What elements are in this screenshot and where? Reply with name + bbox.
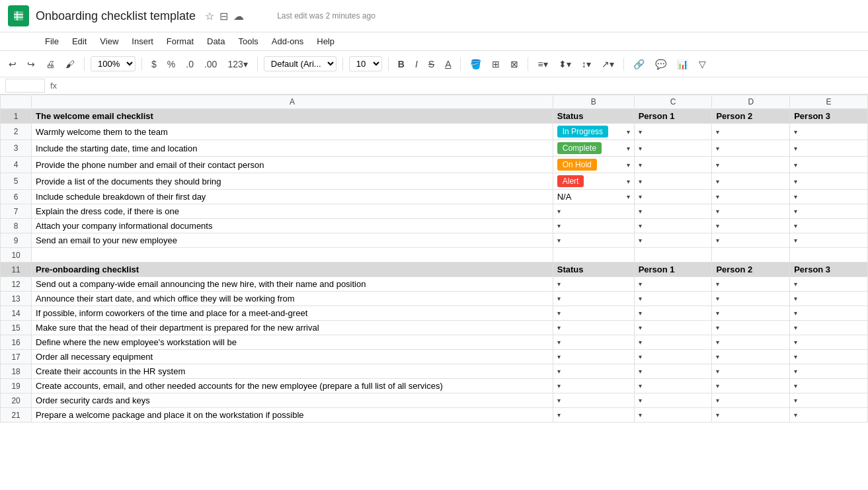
cell-b[interactable]: ▾ bbox=[553, 335, 634, 350]
person-dropdown-arrow[interactable]: ▾ bbox=[639, 208, 642, 215]
cell-d[interactable]: ▾ bbox=[712, 140, 790, 157]
cell-reference[interactable]: H36 bbox=[5, 79, 45, 93]
person-dropdown-arrow[interactable]: ▾ bbox=[794, 309, 797, 317]
cell-e[interactable]: ▾ bbox=[790, 157, 868, 173]
cell-e[interactable]: ▾ bbox=[790, 124, 868, 140]
cell-b[interactable]: In Progress▾ bbox=[553, 124, 634, 140]
person-dropdown-arrow[interactable]: ▾ bbox=[794, 339, 797, 346]
cell-a[interactable]: Make sure that the head of their departm… bbox=[32, 321, 553, 335]
person-dropdown-arrow[interactable]: ▾ bbox=[794, 295, 797, 302]
comment-button[interactable]: 💬 bbox=[652, 57, 670, 71]
cell-d[interactable]: Person 2 bbox=[712, 263, 790, 277]
cell-d[interactable]: ▾ bbox=[712, 173, 790, 190]
col-header-c[interactable]: C bbox=[634, 95, 712, 109]
status-dropdown-arrow[interactable]: ▾ bbox=[627, 145, 630, 152]
cell-c[interactable]: ▾ bbox=[634, 277, 712, 292]
cell-e[interactable]: ▾ bbox=[790, 219, 868, 233]
person-dropdown-arrow[interactable]: ▾ bbox=[716, 280, 719, 288]
person-dropdown-arrow[interactable]: ▾ bbox=[716, 178, 719, 185]
person-dropdown-arrow[interactable]: ▾ bbox=[639, 324, 642, 331]
person-dropdown-arrow[interactable]: ▾ bbox=[716, 193, 719, 200]
cell-c[interactable]: ▾ bbox=[634, 321, 712, 335]
cell-c[interactable]: ▾ bbox=[634, 408, 712, 423]
cell-b[interactable]: ▾ bbox=[553, 306, 634, 321]
cell-c[interactable]: ▾ bbox=[634, 190, 712, 204]
cell-d[interactable]: ▾ bbox=[712, 321, 790, 335]
cell-e[interactable]: ▾ bbox=[790, 379, 868, 393]
cell-c[interactable]: ▾ bbox=[634, 335, 712, 350]
menu-file[interactable]: File bbox=[40, 34, 64, 49]
person-dropdown-arrow[interactable]: ▾ bbox=[716, 411, 719, 419]
person-dropdown-arrow[interactable]: ▾ bbox=[794, 193, 797, 200]
cell-a[interactable]: Create their accounts in the HR system bbox=[32, 364, 553, 379]
person-dropdown-arrow[interactable]: ▾ bbox=[716, 128, 719, 136]
person-dropdown-arrow[interactable]: ▾ bbox=[794, 128, 797, 136]
cell-d[interactable]: ▾ bbox=[712, 124, 790, 140]
person-dropdown-arrow[interactable]: ▾ bbox=[794, 161, 797, 169]
cell-e[interactable] bbox=[790, 248, 868, 263]
cell-c[interactable]: ▾ bbox=[634, 219, 712, 233]
person-dropdown-arrow[interactable]: ▾ bbox=[716, 382, 719, 389]
person-dropdown-arrow[interactable]: ▾ bbox=[639, 178, 642, 185]
merge-button[interactable]: ⊠ bbox=[507, 57, 522, 71]
person-dropdown-arrow[interactable]: ▾ bbox=[716, 309, 719, 317]
status-dropdown-arrow[interactable]: ▾ bbox=[627, 178, 630, 185]
redo-button[interactable]: ↪ bbox=[24, 57, 38, 71]
cell-e[interactable]: ▾ bbox=[790, 277, 868, 292]
person-dropdown-arrow[interactable]: ▾ bbox=[639, 397, 642, 404]
cell-a[interactable]: Announce their start date, and which off… bbox=[32, 292, 553, 306]
person-dropdown-arrow[interactable]: ▾ bbox=[639, 193, 642, 200]
cell-d[interactable]: Person 2 bbox=[712, 109, 790, 124]
menu-format[interactable]: Format bbox=[161, 34, 199, 49]
cell-d[interactable]: ▾ bbox=[712, 335, 790, 350]
person-dropdown-arrow[interactable]: ▾ bbox=[716, 353, 719, 360]
cell-b[interactable]: ▾ bbox=[553, 204, 634, 219]
status-dropdown-arrow[interactable]: ▾ bbox=[557, 237, 561, 244]
paint-format-button[interactable]: 🖌 bbox=[62, 57, 78, 71]
wrap-button[interactable]: ↕▾ bbox=[578, 57, 594, 71]
cell-a[interactable]: Include schedule breakdown of their firs… bbox=[32, 190, 553, 204]
person-dropdown-arrow[interactable]: ▾ bbox=[639, 161, 642, 169]
decimal-less-button[interactable]: .0 bbox=[182, 57, 197, 71]
menu-addons[interactable]: Add-ons bbox=[266, 34, 309, 49]
menu-data[interactable]: Data bbox=[202, 34, 230, 49]
cell-c[interactable]: ▾ bbox=[634, 350, 712, 364]
status-dropdown-arrow[interactable]: ▾ bbox=[557, 382, 561, 389]
person-dropdown-arrow[interactable]: ▾ bbox=[716, 237, 719, 244]
menu-view[interactable]: View bbox=[95, 34, 124, 49]
rotate-button[interactable]: ↗▾ bbox=[598, 57, 617, 71]
cell-b[interactable]: ▾ bbox=[553, 393, 634, 408]
cell-d[interactable]: ▾ bbox=[712, 379, 790, 393]
cell-c[interactable]: Person 1 bbox=[634, 109, 712, 124]
cell-e[interactable]: ▾ bbox=[790, 335, 868, 350]
strikethrough-button[interactable]: S bbox=[425, 57, 438, 71]
cell-e[interactable]: ▾ bbox=[790, 321, 868, 335]
status-dropdown-arrow[interactable]: ▾ bbox=[627, 161, 630, 169]
cell-a[interactable]: Define where the new employee's workstat… bbox=[32, 335, 553, 350]
person-dropdown-arrow[interactable]: ▾ bbox=[639, 382, 642, 389]
cloud-icon[interactable]: ☁ bbox=[233, 10, 244, 22]
cell-a[interactable]: Provide a list of the documents they sho… bbox=[32, 173, 553, 190]
person-dropdown-arrow[interactable]: ▾ bbox=[794, 324, 797, 331]
status-dropdown-arrow[interactable]: ▾ bbox=[557, 222, 561, 229]
cell-d[interactable]: ▾ bbox=[712, 350, 790, 364]
cell-b[interactable]: ▾ bbox=[553, 350, 634, 364]
person-dropdown-arrow[interactable]: ▾ bbox=[716, 397, 719, 404]
cell-a[interactable]: Create accounts, email, and other needed… bbox=[32, 379, 553, 393]
cell-d[interactable]: ▾ bbox=[712, 277, 790, 292]
cell-b[interactable] bbox=[553, 248, 634, 263]
decimal-more-button[interactable]: .00 bbox=[201, 57, 220, 71]
cell-d[interactable]: ▾ bbox=[712, 393, 790, 408]
status-dropdown-arrow[interactable]: ▾ bbox=[557, 368, 561, 375]
cell-d[interactable]: ▾ bbox=[712, 190, 790, 204]
cell-c[interactable]: ▾ bbox=[634, 292, 712, 306]
cell-e[interactable]: ▾ bbox=[790, 140, 868, 157]
borders-button[interactable]: ⊞ bbox=[489, 57, 503, 71]
star-icon[interactable]: ☆ bbox=[205, 10, 214, 22]
italic-button[interactable]: I bbox=[412, 57, 421, 71]
person-dropdown-arrow[interactable]: ▾ bbox=[716, 161, 719, 169]
cell-a[interactable]: Send an email to your new employee bbox=[32, 233, 553, 248]
valign-button[interactable]: ⬍▾ bbox=[555, 57, 574, 71]
cell-a[interactable]: Include the starting date, time and loca… bbox=[32, 140, 553, 157]
person-dropdown-arrow[interactable]: ▾ bbox=[716, 145, 719, 152]
